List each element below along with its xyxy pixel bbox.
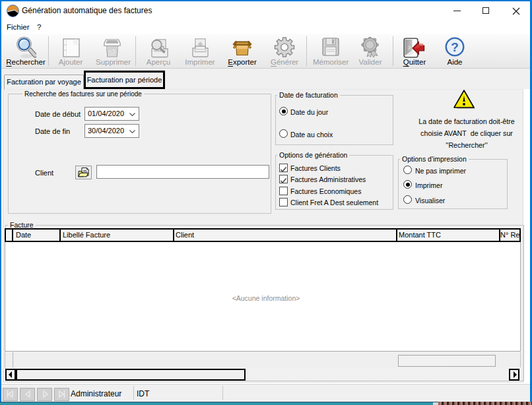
svg-text:?: ? [451, 40, 459, 54]
